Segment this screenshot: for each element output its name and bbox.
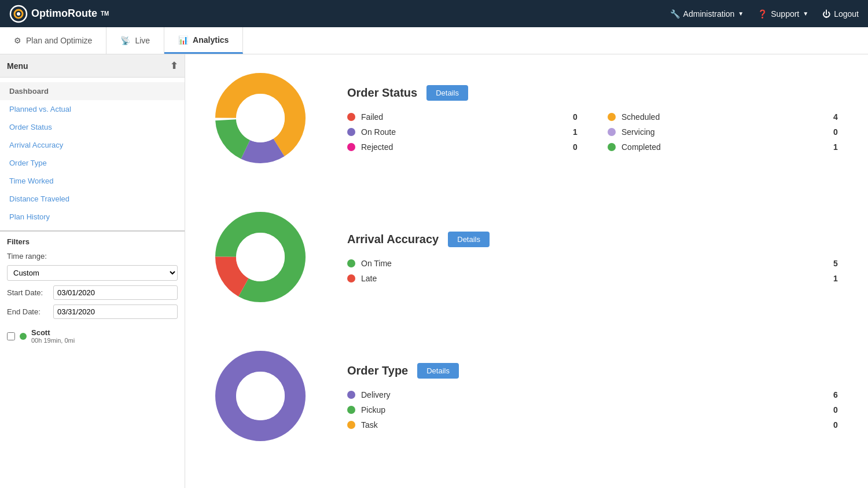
sidebar-item-plan-history[interactable]: Plan History [0, 208, 185, 226]
order-type-stats: Order Type Details Delivery 6 Pickup 0 [347, 363, 845, 430]
filters-section: Filters Time range: Custom Today This We… [0, 230, 185, 354]
main-content: Order Status Details Failed 0 Scheduled … [185, 54, 868, 488]
brand-tm: TM [101, 10, 109, 17]
arrival-accuracy-section: Arrival Accuracy Details On Time 5 Late … [208, 205, 845, 321]
support-menu[interactable]: ❓ Support ▼ [757, 9, 808, 19]
collapse-button[interactable]: ⬆ [170, 60, 178, 71]
pickup-value: 0 [833, 405, 845, 414]
sidebar-item-arrival-accuracy[interactable]: Arrival Accuracy [0, 136, 185, 154]
order-status-stats: Order Status Details Failed 0 Scheduled … [347, 85, 845, 152]
arrival-accuracy-label: Arrival Accuracy [9, 141, 63, 149]
delivery-value: 6 [833, 390, 845, 399]
task-value: 0 [833, 420, 845, 430]
order-status-section: Order Status Details Failed 0 Scheduled … [208, 66, 845, 182]
task-stat: Task 0 [347, 420, 845, 430]
brand: OptimoRouteTM [9, 5, 670, 23]
failed-value: 0 [573, 112, 584, 122]
time-range-label: Time range: [7, 252, 53, 260]
arrival-accuracy-donut [208, 205, 312, 309]
order-status-label: Order Status [9, 123, 52, 131]
sidebar-item-planned-vs-actual[interactable]: Planned vs. Actual [0, 100, 185, 118]
delivery-label: Delivery [361, 390, 827, 399]
order-status-details-button[interactable]: Details [426, 85, 468, 101]
delivery-stat: Delivery 6 [347, 390, 845, 399]
failed-stat: Failed 0 [347, 112, 584, 122]
wrench-icon: 🔧 [670, 9, 680, 19]
brand-name: OptimoRoute [31, 8, 97, 20]
sidebar-item-distance-traveled[interactable]: Distance Traveled [0, 190, 185, 208]
end-date-row: End Date: [7, 304, 178, 319]
administration-menu[interactable]: 🔧 Administration ▼ [670, 9, 744, 19]
sidebar-item-order-status[interactable]: Order Status [0, 118, 185, 136]
order-status-title-row: Order Status Details [347, 85, 845, 101]
late-value: 1 [833, 274, 845, 283]
administration-label: Administration [683, 9, 735, 19]
rejected-stat: Rejected 0 [347, 142, 584, 152]
failed-label: Failed [361, 112, 567, 122]
late-label: Late [361, 274, 827, 283]
end-date-input[interactable] [53, 304, 178, 319]
driver-status-dot [20, 333, 27, 340]
tab-live[interactable]: 📡 Live [106, 27, 164, 54]
filters-header: Filters [7, 237, 178, 246]
pickup-dot [347, 406, 355, 414]
tab-live-label: Live [135, 36, 150, 45]
servicing-label: Servicing [621, 127, 827, 137]
time-worked-label: Time Worked [9, 177, 54, 185]
order-type-title-row: Order Type Details [347, 363, 845, 379]
driver-checkbox[interactable] [7, 332, 15, 340]
tab-plan-optimize[interactable]: ⚙ Plan and Optimize [0, 27, 106, 54]
svg-point-11 [236, 372, 285, 420]
completed-dot [608, 143, 616, 151]
order-status-stats-grid: Failed 0 Scheduled 4 On Route 1 [347, 112, 845, 152]
dashboard-header: Dashboard [0, 82, 185, 100]
tab-analytics[interactable]: 📊 Analytics [164, 27, 243, 54]
time-range-row: Time range: [7, 252, 178, 260]
servicing-dot [608, 128, 616, 136]
failed-dot [347, 113, 355, 121]
driver-row: Scott 00h 19min, 0mi [7, 324, 178, 348]
end-date-label: End Date: [7, 307, 53, 316]
start-date-label: Start Date: [7, 288, 53, 297]
delivery-dot [347, 391, 355, 399]
sidebar: Menu ⬆ Dashboard Planned vs. Actual Orde… [0, 54, 185, 488]
on-time-stat: On Time 5 [347, 259, 845, 268]
onroute-value: 1 [573, 127, 584, 137]
menu-label: Menu [7, 61, 28, 71]
rejected-dot [347, 143, 355, 151]
onroute-label: On Route [361, 127, 567, 137]
late-stat: Late 1 [347, 274, 845, 283]
order-type-stats-list: Delivery 6 Pickup 0 Task 0 [347, 390, 845, 430]
servicing-stat: Servicing 0 [608, 127, 845, 137]
sidebar-item-time-worked[interactable]: Time Worked [0, 172, 185, 190]
rejected-label: Rejected [361, 142, 567, 152]
sidebar-item-order-type[interactable]: Order Type [0, 154, 185, 172]
logout-label: Logout [834, 9, 859, 19]
time-range-select[interactable]: Custom Today This Week This Month [7, 265, 178, 281]
admin-dropdown-arrow: ▼ [738, 10, 744, 17]
power-icon: ⏻ [822, 9, 830, 19]
scheduled-stat: Scheduled 4 [608, 112, 845, 122]
logout-button[interactable]: ⏻ Logout [822, 9, 859, 19]
driver-sub: 00h 19min, 0mi [31, 337, 75, 344]
svg-point-2 [17, 12, 20, 16]
start-date-input[interactable] [53, 285, 178, 300]
task-label: Task [361, 420, 827, 430]
arrival-accuracy-stats: Arrival Accuracy Details On Time 5 Late … [347, 232, 845, 283]
order-type-donut [208, 344, 312, 448]
rejected-value: 0 [573, 142, 584, 152]
question-icon: ❓ [757, 9, 767, 19]
arrival-accuracy-details-button[interactable]: Details [448, 232, 490, 247]
servicing-value: 0 [833, 127, 845, 137]
pickup-label: Pickup [361, 405, 827, 414]
main-layout: Menu ⬆ Dashboard Planned vs. Actual Orde… [0, 54, 868, 488]
order-type-label: Order Type [9, 159, 47, 167]
driver-name: Scott [31, 328, 75, 337]
on-time-label: On Time [361, 259, 827, 268]
order-type-details-button[interactable]: Details [417, 363, 459, 379]
completed-label: Completed [621, 142, 827, 152]
arrival-accuracy-stats-list: On Time 5 Late 1 [347, 259, 845, 283]
navbar-right: 🔧 Administration ▼ ❓ Support ▼ ⏻ Logout [670, 9, 859, 19]
order-type-title: Order Type [347, 364, 408, 377]
menu-section: Dashboard Planned vs. Actual Order Statu… [0, 78, 185, 230]
